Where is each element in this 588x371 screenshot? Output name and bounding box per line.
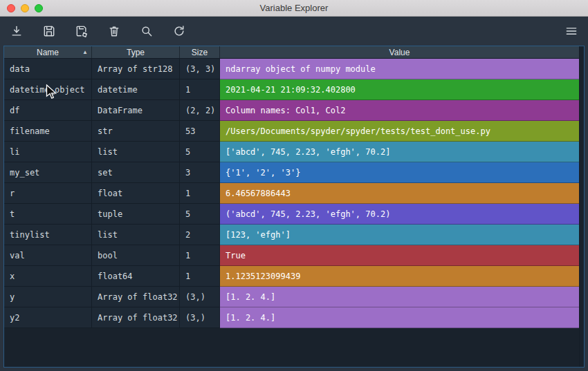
remove-variables-icon — [107, 24, 121, 38]
cell-variable-name[interactable]: tinylist — [4, 225, 92, 245]
window-title: Variable Explorer — [260, 3, 329, 13]
cell-variable-name[interactable]: t — [4, 204, 92, 225]
column-header-name[interactable]: Name ▲ — [4, 46, 92, 58]
refresh-icon — [172, 24, 186, 38]
save-data-as-icon — [75, 24, 89, 38]
cell-variable-name[interactable]: df — [4, 100, 92, 121]
cell-variable-type: float — [92, 183, 180, 204]
cell-variable-size: 1 — [180, 79, 220, 100]
cell-variable-type: list — [92, 225, 180, 245]
table-row[interactable]: y Array of float32 (3,) [1. 2. 4.] — [4, 287, 579, 307]
cell-variable-size: (3, 3) — [180, 59, 220, 79]
cell-variable-type: Array of float32 — [92, 307, 180, 328]
cell-variable-size: (2, 2) — [180, 100, 220, 121]
import-data-icon — [10, 24, 24, 38]
cell-variable-value[interactable]: /Users/Documents/spyder/spyder/tests/tes… — [220, 121, 579, 142]
cell-variable-value[interactable]: ('abcd', 745, 2.23, 'efgh', 70.2) — [220, 204, 579, 225]
cell-variable-name[interactable]: y — [4, 287, 92, 307]
save-data-button[interactable] — [41, 23, 57, 39]
minimize-button[interactable] — [21, 4, 29, 12]
table-row[interactable]: y2 Array of float32 (3,) [1. 2. 4.] — [4, 307, 579, 328]
remove-variables-button[interactable] — [106, 23, 122, 39]
table-row[interactable]: my_set set 3 {'1', '2', '3'} — [4, 162, 579, 183]
close-button[interactable] — [7, 4, 15, 12]
cell-variable-size: 2 — [180, 225, 220, 245]
cell-variable-size: 53 — [180, 121, 220, 142]
cell-variable-type: tuple — [92, 204, 180, 225]
search-icon — [140, 24, 154, 38]
titlebar: Variable Explorer — [0, 0, 588, 17]
cell-variable-value[interactable]: 2021-04-21 21:09:32.402800 — [220, 79, 579, 100]
column-header-size[interactable]: Size — [180, 46, 220, 58]
column-header-value[interactable]: Value — [220, 46, 579, 58]
cell-variable-size: 5 — [180, 142, 220, 162]
options-menu-icon — [564, 24, 578, 38]
cell-variable-value[interactable]: ndarray object of numpy module — [220, 59, 579, 79]
cell-variable-size: 1 — [180, 266, 220, 287]
toolbar — [0, 17, 588, 45]
cell-variable-name[interactable]: filename — [4, 121, 92, 142]
table-row[interactable]: x float64 1 1.1235123099439 — [4, 266, 579, 287]
import-data-button[interactable] — [8, 23, 25, 39]
refresh-button[interactable] — [171, 23, 187, 39]
cell-variable-type: Array of float32 — [92, 287, 180, 307]
table-header: Name ▲ Type Size Value — [4, 46, 579, 59]
cell-variable-type: bool — [92, 245, 180, 266]
options-menu-button[interactable] — [563, 23, 580, 39]
cell-variable-value[interactable]: 1.1235123099439 — [220, 266, 579, 287]
vertical-scrollbar[interactable] — [579, 46, 584, 367]
cell-variable-value[interactable]: {'1', '2', '3'} — [220, 162, 579, 183]
cell-variable-value[interactable]: ['abcd', 745, 2.23, 'efgh', 70.2] — [220, 142, 579, 162]
cell-variable-name[interactable]: val — [4, 245, 92, 266]
table-row[interactable]: r float 1 6.46567886443 — [4, 183, 579, 204]
cell-variable-type: str — [92, 121, 180, 142]
search-button[interactable] — [138, 23, 155, 39]
cell-variable-type: DataFrame — [92, 100, 180, 121]
cell-variable-value[interactable]: [123, 'efgh'] — [220, 225, 579, 245]
table-row[interactable]: data Array of str128 (3, 3) ndarray obje… — [4, 59, 579, 79]
table-row[interactable]: li list 5 ['abcd', 745, 2.23, 'efgh', 70… — [4, 142, 579, 162]
cell-variable-size: (3,) — [180, 307, 220, 328]
table-row[interactable]: tinylist list 2 [123, 'efgh'] — [4, 225, 579, 245]
cell-variable-type: Array of str128 — [92, 59, 180, 79]
cell-variable-type: float64 — [92, 266, 180, 287]
variable-table: Name ▲ Type Size Value data Array of str… — [3, 46, 585, 368]
cell-variable-name[interactable]: data — [4, 59, 92, 79]
cell-variable-size: 3 — [180, 162, 220, 183]
cell-variable-type: set — [92, 162, 180, 183]
column-header-name-label: Name — [37, 48, 59, 57]
zoom-button[interactable] — [35, 4, 43, 12]
column-header-type[interactable]: Type — [92, 46, 180, 58]
sort-ascending-icon: ▲ — [82, 50, 88, 55]
cell-variable-size: 1 — [180, 183, 220, 204]
traffic-lights — [7, 0, 43, 17]
cell-variable-name[interactable]: r — [4, 183, 92, 204]
cell-variable-size: (3,) — [180, 287, 220, 307]
cell-variable-type: datetime — [92, 79, 180, 100]
cell-variable-value[interactable]: [1. 2. 4.] — [220, 307, 579, 328]
table-row[interactable]: datetime_object datetime 1 2021-04-21 21… — [4, 79, 579, 100]
cell-variable-value[interactable]: 6.46567886443 — [220, 183, 579, 204]
cell-variable-name[interactable]: datetime_object — [4, 79, 92, 100]
variable-explorer-window: { "window": { "title": "Variable Explore… — [0, 0, 588, 371]
table-body: data Array of str128 (3, 3) ndarray obje… — [4, 59, 584, 328]
cell-variable-name[interactable]: y2 — [4, 307, 92, 328]
table-row[interactable]: t tuple 5 ('abcd', 745, 2.23, 'efgh', 70… — [4, 204, 579, 225]
cell-variable-name[interactable]: li — [4, 142, 92, 162]
cell-variable-name[interactable]: x — [4, 266, 92, 287]
save-data-as-button[interactable] — [73, 23, 90, 39]
cell-variable-size: 5 — [180, 204, 220, 225]
save-data-icon — [42, 24, 56, 38]
table-row[interactable]: val bool 1 True — [4, 245, 579, 266]
cell-variable-size: 1 — [180, 245, 220, 266]
cell-variable-value[interactable]: True — [220, 245, 579, 266]
table-row[interactable]: filename str 53 /Users/Documents/spyder/… — [4, 121, 579, 142]
cell-variable-value[interactable]: [1. 2. 4.] — [220, 287, 579, 307]
table-row[interactable]: df DataFrame (2, 2) Column names: Col1, … — [4, 100, 579, 121]
cell-variable-type: list — [92, 142, 180, 162]
cell-variable-name[interactable]: my_set — [4, 162, 92, 183]
cell-variable-value[interactable]: Column names: Col1, Col2 — [220, 100, 579, 121]
